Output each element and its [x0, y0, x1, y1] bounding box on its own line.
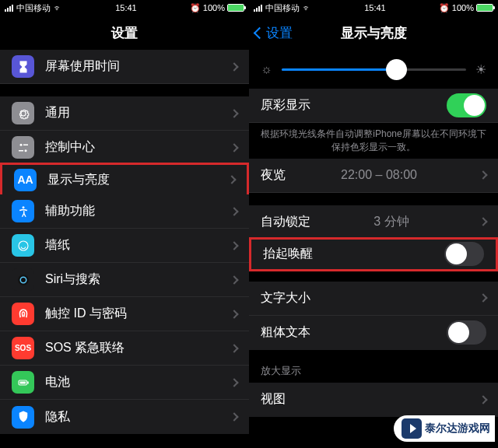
status-bar: 中国移动 ᯤ 15:41 ⏰ 100%: [249, 0, 498, 16]
row-hourglass[interactable]: 屏幕使用时间: [0, 50, 249, 84]
watermark-logo-icon: [402, 418, 422, 439]
toggle[interactable]: [447, 320, 486, 345]
row-label: 通用: [45, 105, 70, 121]
footer-text: 根据环境光线条件自动调整iPhone屏幕以在不同环境下保持色彩显示一致。: [249, 123, 498, 159]
chevron-icon: [230, 207, 238, 215]
row-label: 自动锁定: [261, 214, 310, 230]
row-原彩显示[interactable]: 原彩显示: [249, 89, 498, 123]
hourglass-icon: [12, 55, 34, 78]
display-settings-list: ☼ ☀ 原彩显示根据环境光线条件自动调整iPhone屏幕以在不同环境下保持色彩显…: [249, 50, 498, 448]
settings-list: 屏幕使用时间通用控制中心AA显示与亮度辅助功能墙纸Siri与搜索触控 ID 与密…: [0, 50, 249, 448]
chevron-icon: [230, 344, 238, 352]
brightness-slider[interactable]: [282, 68, 466, 71]
status-time: 15:41: [364, 3, 386, 12]
page-header: 设置 显示与亮度: [249, 16, 498, 50]
battery-pct: 100%: [452, 3, 474, 12]
ctrl-icon: [12, 136, 34, 159]
chevron-icon: [230, 412, 238, 421]
carrier: 中国移动: [16, 2, 51, 14]
row-label: 文字大小: [261, 290, 310, 306]
row-label: 墙纸: [45, 237, 70, 254]
row-access[interactable]: 辅助功能: [0, 194, 249, 229]
aa-icon: AA: [14, 169, 37, 191]
row-siri[interactable]: Siri与搜索: [0, 263, 249, 297]
settings-screen: 中国移动 ᯤ 15:41 ⏰ 100% 设置 屏幕使用时间通用控制中心AA显示与…: [0, 0, 249, 448]
slider-thumb[interactable]: [386, 59, 407, 80]
chevron-icon: [230, 275, 238, 284]
svg-rect-9: [27, 381, 29, 383]
alarm-icon: ⏰: [190, 3, 201, 13]
chevron-icon: [230, 62, 238, 71]
row-priv[interactable]: 隐私: [0, 400, 249, 434]
row-wall[interactable]: 墙纸: [0, 229, 249, 263]
row-label: 夜览: [261, 167, 286, 184]
row-抬起唤醒[interactable]: 抬起唤醒: [249, 237, 498, 271]
svg-point-0: [19, 143, 22, 145]
row-label: 隐私: [45, 409, 70, 425]
row-touch[interactable]: 触控 ID 与密码: [0, 297, 249, 331]
back-button[interactable]: 设置: [255, 24, 293, 42]
page-title: 显示与亮度: [341, 24, 407, 42]
row-label: 电池: [45, 374, 70, 390]
chevron-icon: [230, 143, 238, 152]
siri-icon: [12, 268, 34, 291]
toggle[interactable]: [447, 93, 486, 117]
row-label: 辅助功能: [45, 203, 95, 219]
chevron-icon: [230, 109, 238, 117]
sun-bright-icon: ☀: [475, 62, 486, 77]
chevron-icon: [230, 378, 238, 387]
row-view[interactable]: 视图: [249, 383, 498, 417]
row-value: 22:00 – 08:00: [341, 168, 417, 182]
row-label: 原彩显示: [261, 97, 310, 114]
row-label: 抬起唤醒: [263, 246, 313, 262]
row-文字大小[interactable]: 文字大小: [249, 282, 498, 316]
row-batt[interactable]: 电池: [0, 366, 249, 400]
row-粗体文本[interactable]: 粗体文本: [249, 316, 498, 350]
chevron-icon: [479, 217, 487, 226]
row-label: 触控 ID 与密码: [45, 306, 127, 322]
svg-point-6: [18, 275, 29, 285]
svg-rect-3: [19, 150, 23, 152]
priv-icon: [12, 406, 34, 429]
row-label: SOS 紧急联络: [45, 340, 124, 356]
row-aa[interactable]: AA显示与亮度: [0, 163, 249, 197]
section-zoom: 放大显示: [249, 350, 498, 383]
row-label: Siri与搜索: [45, 271, 100, 288]
battery-icon: [227, 4, 244, 12]
wifi-icon: ᯤ: [54, 3, 62, 12]
sos-icon: SOS: [12, 337, 34, 359]
row-gear[interactable]: 通用: [0, 96, 249, 131]
chevron-icon: [479, 170, 487, 179]
gear-icon: [12, 102, 34, 124]
signal-icon: [5, 5, 13, 12]
row-label: 控制中心: [45, 139, 95, 156]
row-自动锁定[interactable]: 自动锁定3 分钟: [249, 205, 498, 240]
row-夜览[interactable]: 夜览22:00 – 08:00: [249, 159, 498, 193]
alarm-icon: ⏰: [439, 3, 450, 13]
sun-dim-icon: ☼: [261, 62, 272, 76]
touch-icon: [12, 303, 34, 325]
display-brightness-screen: 中国移动 ᯤ 15:41 ⏰ 100% 设置 显示与亮度 ☼ ☀ 原彩显示根据环…: [249, 0, 498, 448]
row-ctrl[interactable]: 控制中心: [0, 131, 249, 165]
status-time: 15:41: [115, 3, 137, 12]
row-label: 屏幕使用时间: [45, 58, 120, 75]
chevron-icon: [479, 395, 487, 404]
row-label: 显示与亮度: [47, 172, 110, 188]
access-icon: [12, 200, 34, 222]
battery-pct: 100%: [203, 3, 225, 12]
row-label: 粗体文本: [261, 324, 310, 341]
carrier: 中国移动: [265, 2, 300, 14]
battery-icon: [476, 4, 493, 12]
header-title: 设置: [0, 16, 249, 50]
chevron-icon: [227, 175, 236, 184]
chevron-icon: [479, 293, 487, 302]
chevron-icon: [230, 310, 238, 318]
row-sos[interactable]: SOSSOS 紧急联络: [0, 331, 249, 366]
row-value: 3 分钟: [374, 214, 409, 230]
watermark: 泰尔达游戏网: [394, 415, 495, 442]
toggle[interactable]: [444, 242, 484, 266]
signal-icon: [254, 5, 262, 12]
svg-point-2: [24, 149, 26, 152]
svg-point-4: [22, 206, 24, 208]
wifi-icon: ᯤ: [303, 3, 311, 12]
